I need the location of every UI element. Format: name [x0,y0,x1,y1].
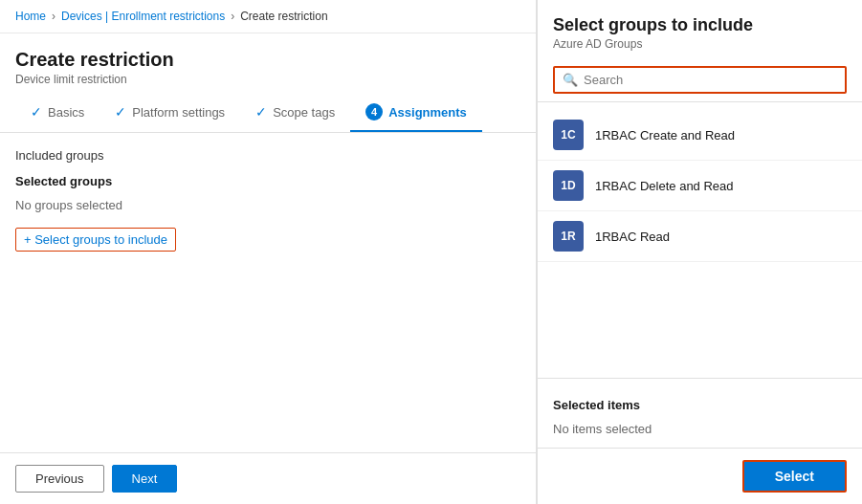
check-icon: ✓ [255,104,267,120]
group-name-1c: 1RBAC Create and Read [595,128,735,142]
search-input[interactable] [584,73,837,87]
select-groups-link[interactable]: + Select groups to include [15,228,176,252]
right-panel-subtitle: Azure AD Groups [553,37,847,51]
no-groups-text: No groups selected [15,194,520,216]
tab-scope[interactable]: ✓ Scope tags [240,95,350,131]
breadcrumb-devices[interactable]: Devices | Enrollment restrictions [61,10,225,23]
wizard-tabs: ✓ Basics ✓ Platform settings ✓ Scope tag… [0,94,536,133]
tab-basics[interactable]: ✓ Basics [15,95,99,131]
group-name-1d: 1RBAC Delete and Read [595,179,734,193]
list-item[interactable]: 1C 1RBAC Create and Read [538,110,862,161]
next-button[interactable]: Next [112,465,178,493]
breadcrumb-home[interactable]: Home [15,10,46,23]
group-name-1r: 1RBAC Read [595,230,670,244]
check-icon: ✓ [31,104,42,120]
footer-bar: Previous Next [0,452,536,504]
select-button[interactable]: Select [742,460,847,493]
tab-platform[interactable]: ✓ Platform settings [99,95,240,131]
selected-groups-label: Selected groups [15,174,520,188]
list-item[interactable]: 1R 1RBAC Read [538,211,862,262]
tab-platform-label: Platform settings [132,105,225,120]
no-items-text: No items selected [553,418,847,444]
previous-button[interactable]: Previous [15,465,104,493]
breadcrumb: Home › Devices | Enrollment restrictions… [15,10,520,23]
page-title: Create restriction [15,49,520,71]
group-avatar-1c: 1C [553,120,584,150]
page-subtitle: Device limit restriction [15,73,520,86]
tab-basics-label: Basics [48,105,84,120]
search-icon: 🔍 [563,73,578,87]
breadcrumb-current: Create restriction [240,10,327,23]
tab-assignments-badge: 4 [365,103,383,121]
groups-list: 1C 1RBAC Create and Read 1D 1RBAC Delete… [538,110,862,378]
tab-scope-label: Scope tags [273,105,335,120]
search-box[interactable]: 🔍 [553,66,847,94]
list-item[interactable]: 1D 1RBAC Delete and Read [538,161,862,211]
tab-assignments-label: Assignments [388,105,467,120]
check-icon: ✓ [115,104,126,120]
tab-assignments[interactable]: 4 Assignments [350,94,482,132]
group-avatar-1r: 1R [553,221,584,252]
right-panel-title: Select groups to include [553,15,847,35]
included-groups-label: Included groups [15,148,520,163]
group-avatar-1d: 1D [553,170,584,201]
selected-items-label: Selected items [553,398,847,412]
